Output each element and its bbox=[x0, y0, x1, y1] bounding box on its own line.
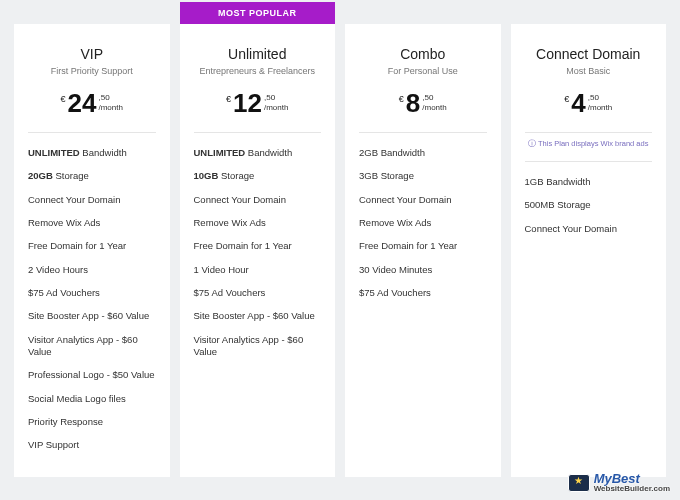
feature-item: Priority Response bbox=[28, 416, 156, 428]
feature-item: Remove Wix Ads bbox=[359, 217, 487, 229]
feature-item: Visitor Analytics App - $60 Value bbox=[194, 334, 322, 359]
plan-card[interactable]: ComboFor Personal Use € 8 ,50 /month 2GB… bbox=[345, 24, 501, 477]
feature-item: UNLIMITED Bandwidth bbox=[194, 147, 322, 159]
watermark: MyBest WebsiteBuilder.com bbox=[568, 473, 670, 492]
feature-item: UNLIMITED Bandwidth bbox=[28, 147, 156, 159]
feature-item: 30 Video Minutes bbox=[359, 264, 487, 276]
price-period: /month bbox=[98, 103, 122, 113]
feature-item: VIP Support bbox=[28, 439, 156, 451]
feature-item: Free Domain for 1 Year bbox=[359, 240, 487, 252]
plan-name: VIP bbox=[28, 46, 156, 62]
feature-item: $75 Ad Vouchers bbox=[194, 287, 322, 299]
currency-symbol: € bbox=[226, 90, 231, 104]
plan-name: Connect Domain bbox=[525, 46, 653, 62]
plan-card[interactable]: VIPFirst Priority Support € 24 ,50 /mont… bbox=[14, 24, 170, 477]
plan-subtitle: For Personal Use bbox=[359, 66, 487, 76]
feature-item: Visitor Analytics App - $60 Value bbox=[28, 334, 156, 359]
feature-item: 1 Video Hour bbox=[194, 264, 322, 276]
feature-item: Site Booster App - $60 Value bbox=[194, 310, 322, 322]
feature-item: 2 Video Hours bbox=[28, 264, 156, 276]
price-integer: 8 bbox=[406, 90, 420, 116]
currency-symbol: € bbox=[61, 90, 66, 104]
plan-note: ⓘ This Plan displays Wix brand ads bbox=[525, 139, 653, 149]
feature-item: Connect Your Domain bbox=[194, 194, 322, 206]
price-integer: 12 bbox=[233, 90, 262, 116]
feature-item: Site Booster App - $60 Value bbox=[28, 310, 156, 322]
divider bbox=[525, 132, 653, 133]
price-period: /month bbox=[588, 103, 612, 113]
feature-item: Connect Your Domain bbox=[525, 223, 653, 235]
currency-symbol: € bbox=[564, 90, 569, 104]
price-fraction: ,50 bbox=[98, 93, 122, 103]
price-period: /month bbox=[264, 103, 288, 113]
price-fraction: ,50 bbox=[264, 93, 288, 103]
watermark-badge-icon bbox=[568, 474, 590, 492]
pricing-grid: VIPFirst Priority Support € 24 ,50 /mont… bbox=[0, 0, 680, 477]
feature-item: $75 Ad Vouchers bbox=[359, 287, 487, 299]
divider bbox=[525, 161, 653, 162]
feature-item: Free Domain for 1 Year bbox=[28, 240, 156, 252]
feature-item: 10GB Storage bbox=[194, 170, 322, 182]
price-integer: 24 bbox=[68, 90, 97, 116]
feature-item: Remove Wix Ads bbox=[28, 217, 156, 229]
feature-item: 3GB Storage bbox=[359, 170, 487, 182]
most-popular-ribbon: MOST POPULAR bbox=[180, 2, 336, 24]
plan-subtitle: Entrepreneurs & Freelancers bbox=[194, 66, 322, 76]
plan-price: € 24 ,50 /month bbox=[28, 90, 156, 116]
price-period: /month bbox=[422, 103, 446, 113]
watermark-line2: WebsiteBuilder.com bbox=[594, 485, 670, 492]
currency-symbol: € bbox=[399, 90, 404, 104]
feature-item: 20GB Storage bbox=[28, 170, 156, 182]
plan-price: € 8 ,50 /month bbox=[359, 90, 487, 116]
feature-item: Social Media Logo files bbox=[28, 393, 156, 405]
plan-subtitle: First Priority Support bbox=[28, 66, 156, 76]
plan-card[interactable]: MOST POPULARUnlimitedEntrepreneurs & Fre… bbox=[180, 2, 336, 477]
feature-item: Connect Your Domain bbox=[28, 194, 156, 206]
plan-subtitle: Most Basic bbox=[525, 66, 653, 76]
plan-name: Unlimited bbox=[194, 46, 322, 62]
price-integer: 4 bbox=[571, 90, 585, 116]
feature-item: 500MB Storage bbox=[525, 199, 653, 211]
plan-price: € 4 ,50 /month bbox=[525, 90, 653, 116]
divider bbox=[28, 132, 156, 133]
price-fraction: ,50 bbox=[422, 93, 446, 103]
feature-item: Free Domain for 1 Year bbox=[194, 240, 322, 252]
feature-item: 2GB Bandwidth bbox=[359, 147, 487, 159]
plan-card[interactable]: Connect DomainMost Basic € 4 ,50 /month … bbox=[511, 24, 667, 477]
feature-item: Remove Wix Ads bbox=[194, 217, 322, 229]
feature-item: 1GB Bandwidth bbox=[525, 176, 653, 188]
divider bbox=[359, 132, 487, 133]
divider bbox=[194, 132, 322, 133]
feature-item: Connect Your Domain bbox=[359, 194, 487, 206]
price-fraction: ,50 bbox=[588, 93, 612, 103]
plan-name: Combo bbox=[359, 46, 487, 62]
feature-item: Professional Logo - $50 Value bbox=[28, 369, 156, 381]
feature-item: $75 Ad Vouchers bbox=[28, 287, 156, 299]
plan-price: € 12 ,50 /month bbox=[194, 90, 322, 116]
